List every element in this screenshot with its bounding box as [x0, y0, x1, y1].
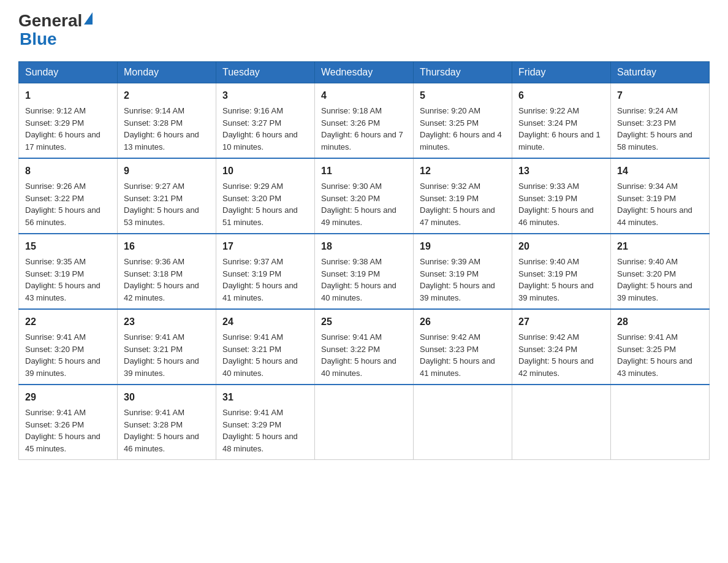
day-number: 9	[124, 164, 210, 178]
day-info: Sunrise: 9:16 AMSunset: 3:27 PMDaylight:…	[222, 106, 298, 151]
calendar-day-cell	[611, 385, 710, 460]
day-number: 12	[420, 164, 506, 178]
day-number: 5	[420, 88, 506, 103]
weekday-header-wednesday: Wednesday	[315, 62, 414, 83]
day-number: 7	[617, 88, 703, 103]
day-number: 24	[222, 315, 308, 329]
weekday-header-tuesday: Tuesday	[216, 62, 315, 83]
calendar-table: SundayMondayTuesdayWednesdayThursdayFrid…	[18, 61, 710, 460]
day-number: 29	[25, 390, 111, 405]
calendar-day-cell: 21 Sunrise: 9:40 AMSunset: 3:20 PMDaylig…	[611, 234, 710, 309]
day-number: 28	[617, 315, 703, 329]
day-info: Sunrise: 9:35 AMSunset: 3:19 PMDaylight:…	[25, 257, 100, 302]
calendar-day-cell: 24 Sunrise: 9:41 AMSunset: 3:21 PMDaylig…	[216, 309, 315, 385]
calendar-day-cell: 19 Sunrise: 9:39 AMSunset: 3:19 PMDaylig…	[414, 234, 512, 309]
day-number: 30	[124, 390, 210, 405]
weekday-header-row: SundayMondayTuesdayWednesdayThursdayFrid…	[19, 62, 710, 83]
day-info: Sunrise: 9:41 AMSunset: 3:29 PMDaylight:…	[222, 408, 298, 453]
calendar-day-cell: 17 Sunrise: 9:37 AMSunset: 3:19 PMDaylig…	[216, 234, 315, 309]
day-info: Sunrise: 9:20 AMSunset: 3:25 PMDaylight:…	[420, 106, 502, 151]
day-number: 19	[420, 239, 506, 254]
weekday-header-friday: Friday	[512, 62, 611, 83]
day-number: 6	[518, 88, 604, 103]
day-number: 2	[124, 88, 210, 103]
calendar-week-row: 15 Sunrise: 9:35 AMSunset: 3:19 PMDaylig…	[19, 234, 710, 309]
day-number: 20	[518, 239, 604, 254]
day-info: Sunrise: 9:40 AMSunset: 3:20 PMDaylight:…	[617, 257, 692, 302]
calendar-day-cell: 5 Sunrise: 9:20 AMSunset: 3:25 PMDayligh…	[414, 83, 512, 159]
calendar-day-cell: 7 Sunrise: 9:24 AMSunset: 3:23 PMDayligh…	[611, 83, 710, 159]
calendar-day-cell: 26 Sunrise: 9:42 AMSunset: 3:23 PMDaylig…	[414, 309, 512, 385]
day-number: 17	[222, 239, 308, 254]
calendar-day-cell: 15 Sunrise: 9:35 AMSunset: 3:19 PMDaylig…	[19, 234, 118, 309]
calendar-day-cell: 8 Sunrise: 9:26 AMSunset: 3:22 PMDayligh…	[19, 158, 118, 234]
calendar-day-cell: 28 Sunrise: 9:41 AMSunset: 3:25 PMDaylig…	[611, 309, 710, 385]
day-number: 18	[321, 239, 407, 254]
logo-triangle-icon	[84, 12, 93, 25]
day-info: Sunrise: 9:41 AMSunset: 3:28 PMDaylight:…	[124, 408, 199, 453]
day-info: Sunrise: 9:38 AMSunset: 3:19 PMDaylight:…	[321, 257, 396, 302]
day-info: Sunrise: 9:24 AMSunset: 3:23 PMDaylight:…	[617, 106, 692, 151]
calendar-day-cell: 29 Sunrise: 9:41 AMSunset: 3:26 PMDaylig…	[19, 385, 118, 460]
day-info: Sunrise: 9:40 AMSunset: 3:19 PMDaylight:…	[518, 257, 594, 302]
day-info: Sunrise: 9:34 AMSunset: 3:19 PMDaylight:…	[617, 182, 692, 227]
day-info: Sunrise: 9:27 AMSunset: 3:21 PMDaylight:…	[124, 182, 199, 227]
day-number: 14	[617, 164, 703, 178]
day-number: 26	[420, 315, 506, 329]
calendar-day-cell: 18 Sunrise: 9:38 AMSunset: 3:19 PMDaylig…	[315, 234, 414, 309]
day-number: 23	[124, 315, 210, 329]
day-number: 22	[25, 315, 111, 329]
day-info: Sunrise: 9:37 AMSunset: 3:19 PMDaylight:…	[222, 257, 298, 302]
day-info: Sunrise: 9:41 AMSunset: 3:21 PMDaylight:…	[222, 332, 298, 378]
calendar-day-cell: 11 Sunrise: 9:30 AMSunset: 3:20 PMDaylig…	[315, 158, 414, 234]
day-info: Sunrise: 9:39 AMSunset: 3:19 PMDaylight:…	[420, 257, 495, 302]
weekday-header-saturday: Saturday	[611, 62, 710, 83]
day-info: Sunrise: 9:36 AMSunset: 3:18 PMDaylight:…	[124, 257, 199, 302]
calendar-day-cell: 12 Sunrise: 9:32 AMSunset: 3:19 PMDaylig…	[414, 158, 512, 234]
calendar-day-cell: 23 Sunrise: 9:41 AMSunset: 3:21 PMDaylig…	[118, 309, 216, 385]
weekday-header-thursday: Thursday	[414, 62, 512, 83]
day-info: Sunrise: 9:41 AMSunset: 3:20 PMDaylight:…	[25, 332, 100, 378]
day-info: Sunrise: 9:42 AMSunset: 3:24 PMDaylight:…	[518, 332, 594, 378]
day-info: Sunrise: 9:41 AMSunset: 3:22 PMDaylight:…	[321, 332, 396, 378]
day-info: Sunrise: 9:33 AMSunset: 3:19 PMDaylight:…	[518, 182, 594, 227]
day-number: 27	[518, 315, 604, 329]
calendar-day-cell	[414, 385, 512, 460]
day-number: 25	[321, 315, 407, 329]
day-info: Sunrise: 9:41 AMSunset: 3:26 PMDaylight:…	[25, 408, 100, 453]
day-number: 21	[617, 239, 703, 254]
calendar-day-cell: 30 Sunrise: 9:41 AMSunset: 3:28 PMDaylig…	[118, 385, 216, 460]
day-number: 1	[25, 88, 111, 103]
day-info: Sunrise: 9:41 AMSunset: 3:25 PMDaylight:…	[617, 332, 692, 378]
calendar-day-cell: 1 Sunrise: 9:12 AMSunset: 3:29 PMDayligh…	[19, 83, 118, 159]
calendar-day-cell: 13 Sunrise: 9:33 AMSunset: 3:19 PMDaylig…	[512, 158, 611, 234]
calendar-day-cell: 31 Sunrise: 9:41 AMSunset: 3:29 PMDaylig…	[216, 385, 315, 460]
day-info: Sunrise: 9:18 AMSunset: 3:26 PMDaylight:…	[321, 106, 403, 151]
day-number: 11	[321, 164, 407, 178]
calendar-day-cell: 4 Sunrise: 9:18 AMSunset: 3:26 PMDayligh…	[315, 83, 414, 159]
day-info: Sunrise: 9:14 AMSunset: 3:28 PMDaylight:…	[124, 106, 199, 151]
logo-text-general: General	[18, 12, 82, 29]
day-number: 15	[25, 239, 111, 254]
calendar-day-cell: 25 Sunrise: 9:41 AMSunset: 3:22 PMDaylig…	[315, 309, 414, 385]
day-info: Sunrise: 9:32 AMSunset: 3:19 PMDaylight:…	[420, 182, 495, 227]
calendar-week-row: 29 Sunrise: 9:41 AMSunset: 3:26 PMDaylig…	[19, 385, 710, 460]
calendar-day-cell: 2 Sunrise: 9:14 AMSunset: 3:28 PMDayligh…	[118, 83, 216, 159]
calendar-week-row: 22 Sunrise: 9:41 AMSunset: 3:20 PMDaylig…	[19, 309, 710, 385]
calendar-week-row: 8 Sunrise: 9:26 AMSunset: 3:22 PMDayligh…	[19, 158, 710, 234]
day-number: 8	[25, 164, 111, 178]
day-info: Sunrise: 9:42 AMSunset: 3:23 PMDaylight:…	[420, 332, 495, 378]
day-info: Sunrise: 9:22 AMSunset: 3:24 PMDaylight:…	[518, 106, 601, 151]
day-number: 4	[321, 88, 407, 103]
calendar-day-cell: 14 Sunrise: 9:34 AMSunset: 3:19 PMDaylig…	[611, 158, 710, 234]
calendar-day-cell: 9 Sunrise: 9:27 AMSunset: 3:21 PMDayligh…	[118, 158, 216, 234]
calendar-day-cell: 27 Sunrise: 9:42 AMSunset: 3:24 PMDaylig…	[512, 309, 611, 385]
calendar-week-row: 1 Sunrise: 9:12 AMSunset: 3:29 PMDayligh…	[19, 83, 710, 159]
calendar-day-cell: 6 Sunrise: 9:22 AMSunset: 3:24 PMDayligh…	[512, 83, 611, 159]
calendar-day-cell	[512, 385, 611, 460]
day-info: Sunrise: 9:29 AMSunset: 3:20 PMDaylight:…	[222, 182, 298, 227]
day-number: 3	[222, 88, 308, 103]
day-number: 13	[518, 164, 604, 178]
logo: General Blue	[18, 12, 93, 49]
day-info: Sunrise: 9:41 AMSunset: 3:21 PMDaylight:…	[124, 332, 199, 378]
